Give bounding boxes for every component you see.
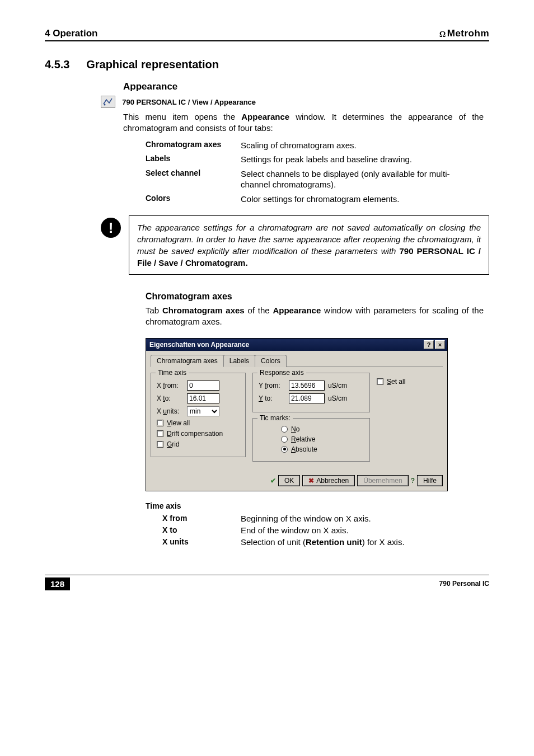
viewall-label: View all bbox=[167, 419, 190, 427]
def-term: Colors bbox=[146, 194, 241, 205]
yto-input[interactable] bbox=[289, 393, 325, 403]
yto-unit: uS/cm bbox=[328, 395, 347, 402]
chrom-axes-intro: Tab Chromatogram axes of the Appearance … bbox=[146, 305, 484, 328]
yfrom-unit: uS/cm bbox=[328, 382, 347, 389]
ok-check-icon: ✔ bbox=[270, 477, 276, 485]
note-box: The appearance settings for a chromatogr… bbox=[129, 215, 489, 275]
tic-no-radio[interactable] bbox=[281, 426, 288, 433]
tic-relative-radio[interactable] bbox=[281, 436, 288, 443]
grid-checkbox[interactable] bbox=[157, 441, 163, 448]
tic-marks-group: Tic marks: bbox=[257, 414, 293, 422]
appearance-heading: Appearance bbox=[123, 81, 489, 92]
page-number: 128 bbox=[45, 577, 70, 590]
section-number: 4.5.3 bbox=[45, 58, 84, 71]
ohm-icon: Ω bbox=[439, 30, 446, 39]
dialog-close-button[interactable]: × bbox=[435, 340, 445, 349]
tab-chromatogram-axes[interactable]: Chromatogram axes bbox=[151, 355, 224, 367]
yfrom-label: Y from: bbox=[259, 382, 285, 389]
response-axis-group: Response axis bbox=[257, 369, 306, 377]
def-term: Select channel bbox=[146, 168, 241, 190]
help-q-icon: ? bbox=[411, 477, 415, 485]
breadcrumb: 790 PERSONAL IC / View / Appearance bbox=[122, 98, 256, 106]
footer-product: 790 Personal IC bbox=[439, 580, 489, 588]
def-desc: Color settings for chromatogram elements… bbox=[241, 194, 489, 205]
dialog-title: Eigenschaften von Appearance bbox=[149, 341, 423, 349]
warning-icon: ! bbox=[101, 218, 121, 238]
dialog-tabstrip: Chromatogram axes Labels Colors bbox=[151, 354, 443, 367]
def-desc: Select channels to be displayed (only av… bbox=[241, 168, 489, 190]
xunits-select[interactable]: min bbox=[187, 406, 219, 416]
def-term: Labels bbox=[146, 154, 241, 165]
def-term: X units bbox=[162, 537, 241, 547]
appearance-dialog: Eigenschaften von Appearance ? × Chromat… bbox=[146, 338, 448, 491]
cancel-button[interactable]: ✖Abbrechen bbox=[302, 475, 355, 486]
def-term: Chromatogram axes bbox=[146, 140, 241, 151]
def-term: X from bbox=[162, 514, 241, 523]
def-term: X to bbox=[162, 525, 241, 535]
appearance-menu-icon bbox=[101, 96, 115, 108]
def-desc: Scaling of chromatogram axes. bbox=[241, 140, 489, 151]
setall-checkbox[interactable] bbox=[377, 378, 383, 385]
tab-labels[interactable]: Labels bbox=[223, 355, 255, 367]
xfrom-label: X from: bbox=[157, 382, 184, 389]
def-desc: Beginning of the window on X axis. bbox=[241, 514, 489, 523]
dialog-help-button[interactable]: ? bbox=[424, 340, 434, 349]
tic-absolute-radio[interactable] bbox=[281, 446, 288, 453]
chrom-axes-heading: Chromatogram axes bbox=[146, 292, 489, 302]
tic-relative-label: Relative bbox=[291, 435, 315, 443]
xto-label: X to: bbox=[157, 395, 184, 402]
cancel-x-icon: ✖ bbox=[308, 477, 314, 485]
header-brand: ΩMetrohm bbox=[439, 28, 489, 39]
appearance-def-table: Chromatogram axesScaling of chromatogram… bbox=[146, 140, 489, 205]
grid-label: Grid bbox=[167, 440, 180, 448]
viewall-checkbox[interactable] bbox=[157, 420, 163, 426]
def-desc: Selection of unit (Retention unit) for X… bbox=[241, 537, 489, 547]
tic-no-label: No bbox=[291, 425, 299, 433]
tic-absolute-label: Absolute bbox=[291, 445, 317, 453]
section-title: Graphical representation bbox=[86, 58, 219, 71]
apply-button[interactable]: Übernehmen bbox=[357, 475, 408, 486]
def-desc: Settings for peak labels and baseline dr… bbox=[241, 154, 489, 165]
xto-input[interactable] bbox=[187, 393, 219, 403]
drift-label: Drift compensation bbox=[167, 430, 223, 438]
time-axis-heading: Time axis bbox=[146, 501, 489, 510]
time-axis-def-table: X fromBeginning of the window on X axis.… bbox=[162, 514, 489, 547]
drift-checkbox[interactable] bbox=[157, 430, 163, 437]
yto-label: Y to: bbox=[259, 395, 285, 402]
setall-label: Set all bbox=[387, 378, 405, 386]
time-axis-group: Time axis bbox=[156, 369, 189, 377]
svg-point-0 bbox=[104, 104, 106, 106]
help-button[interactable]: Hilfe bbox=[417, 475, 443, 486]
xunits-label: X units: bbox=[157, 407, 184, 415]
yfrom-input[interactable] bbox=[289, 381, 325, 391]
header-chapter: 4 Operation bbox=[45, 28, 97, 39]
def-desc: End of the window on X axis. bbox=[241, 525, 489, 535]
xfrom-input[interactable] bbox=[187, 381, 219, 391]
ok-button[interactable]: OK bbox=[278, 475, 300, 486]
tab-colors[interactable]: Colors bbox=[255, 355, 287, 367]
appearance-intro: This menu item opens the Appearance wind… bbox=[123, 111, 484, 134]
